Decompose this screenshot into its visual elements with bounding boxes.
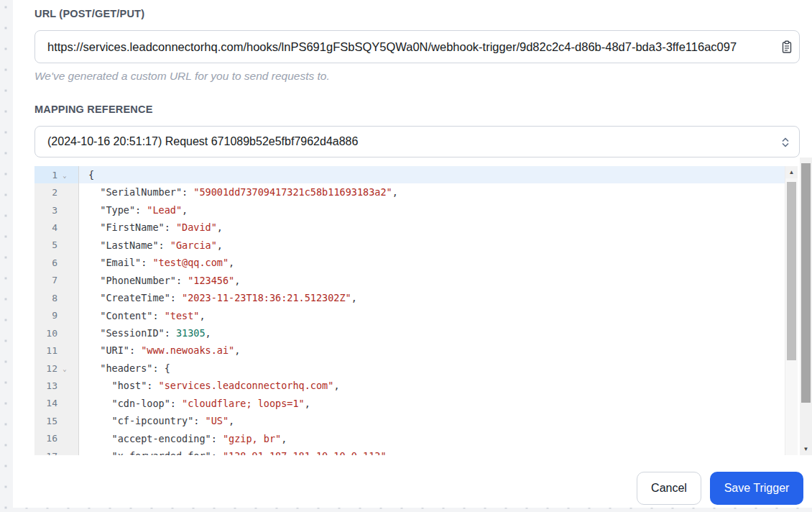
webhook-url-input[interactable] (34, 30, 800, 63)
line-number: 15 (34, 412, 78, 429)
chevron-up-down-icon (780, 135, 790, 152)
code-line[interactable]: "cf-ipcountry": "US", (79, 412, 785, 429)
panel-scrollbar-thumb[interactable] (801, 163, 811, 403)
url-label: URL (POST/GET/PUT) (34, 8, 144, 19)
fold-arrow-icon[interactable]: ⌄ (57, 172, 72, 179)
code-line[interactable]: { (79, 166, 785, 183)
mapping-reference-label: MAPPING REFERENCE (34, 104, 153, 115)
editor-gutter: 1⌄23456789101112⌄1314151617 (34, 166, 79, 455)
code-line[interactable]: "Content": "test", (79, 307, 785, 324)
line-number: 8 (34, 289, 78, 306)
code-line[interactable]: "LastName": "Garcia", (79, 237, 785, 254)
line-number: 9 (34, 307, 78, 324)
json-code-editor[interactable]: 1⌄23456789101112⌄1314151617 { "SerialNum… (34, 166, 798, 455)
save-trigger-button[interactable]: Save Trigger (710, 472, 803, 505)
line-number: 4 (34, 219, 78, 236)
code-line[interactable]: "SerialNumber": "59001dd73709417321c58b1… (79, 183, 785, 201)
copy-url-icon[interactable] (780, 40, 794, 54)
code-line[interactable]: "PhoneNumber": "123456", (79, 272, 785, 289)
editor-scrollbar-thumb[interactable] (787, 182, 796, 360)
code-line[interactable]: "x-forwarded-for": "138.91.187.181,10.10… (79, 447, 785, 455)
line-number: 16 (34, 430, 78, 447)
code-line[interactable]: "SessionID": 31305, (79, 324, 785, 342)
code-line[interactable]: "accept-encoding": "gzip, br", (79, 430, 785, 447)
code-line[interactable]: "Email": "test@qq.com", (79, 254, 785, 271)
code-line[interactable]: "host": "services.leadconnectorhq.com", (79, 377, 785, 394)
line-number: 17 (34, 447, 78, 455)
url-field-wrapper (34, 30, 800, 63)
url-helper-text: We've generated a custom URL for you to … (34, 70, 330, 83)
line-number: 6 (34, 254, 78, 271)
line-number: 12⌄ (34, 360, 78, 377)
line-number: 7 (34, 272, 78, 289)
code-line[interactable]: "CreateTime": "2023-11-23T18:36:21.51230… (79, 289, 785, 306)
line-number: 3 (34, 201, 78, 219)
mapping-reference-selected-value: (2024-10-16 20:51:17) Request 671089b52e… (47, 135, 358, 148)
line-number: 11 (34, 342, 78, 359)
mapping-reference-select[interactable]: (2024-10-16 20:51:17) Request 671089b52e… (34, 126, 800, 157)
scroll-down-arrow-icon[interactable]: ▼ (800, 443, 812, 455)
code-line[interactable]: "cdn-loop": "cloudflare; loops=1", (79, 395, 785, 412)
line-number: 13 (34, 377, 78, 394)
line-number: 14 (34, 395, 78, 412)
line-number: 1⌄ (34, 166, 78, 183)
code-line[interactable]: "FirstName": "David", (79, 219, 785, 236)
editor-code[interactable]: { "SerialNumber": "59001dd73709417321c58… (79, 166, 785, 455)
fold-arrow-icon[interactable]: ⌄ (57, 365, 72, 372)
code-line[interactable]: "URI": "www.newoaks.ai", (79, 342, 785, 359)
line-number: 5 (34, 237, 78, 254)
webhook-trigger-panel: URL (POST/GET/PUT) We've generated a cus… (13, 0, 812, 508)
editor-scrollbar[interactable]: ▲ (785, 166, 798, 455)
scroll-up-arrow-icon[interactable]: ▲ (785, 166, 798, 178)
line-number: 2 (34, 183, 78, 201)
code-line[interactable]: "Type": "Lead", (79, 201, 785, 219)
line-number: 10 (34, 324, 78, 342)
code-line[interactable]: "headers": { (79, 360, 785, 377)
clipboard-icon (780, 40, 794, 54)
panel-scrollbar[interactable]: ▼ (800, 157, 812, 455)
cancel-button[interactable]: Cancel (637, 472, 701, 505)
